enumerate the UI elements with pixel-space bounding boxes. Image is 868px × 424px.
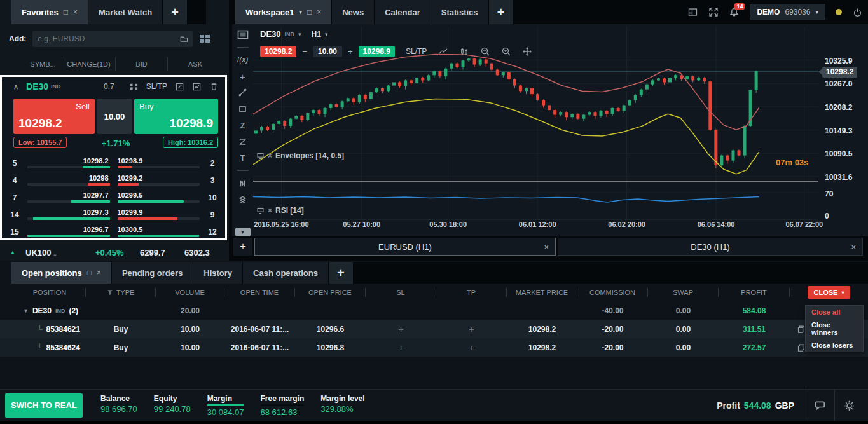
- folder-icon[interactable]: [179, 34, 189, 44]
- chart-buy-button[interactable]: 10298.9: [359, 46, 395, 57]
- pan-move-icon[interactable]: [522, 46, 532, 57]
- zoom-out-icon[interactable]: [480, 46, 490, 57]
- chart-sell-button[interactable]: 10298.2: [260, 46, 296, 57]
- chart-tab-eurusd[interactable]: EURUSD (H1)×: [254, 238, 556, 256]
- time-axis[interactable]: 2016.05.25 16:0005.27 10:0005.30 18:0006…: [253, 221, 864, 233]
- notifications-bell-icon[interactable]: 14: [729, 7, 740, 18]
- edit-order-icon[interactable]: [175, 82, 184, 92]
- positions-group-row[interactable]: ▼DE30IND(2)20.00-40.000.00584.08: [0, 301, 868, 320]
- column-header-market-price[interactable]: MARKET PRICE: [507, 288, 577, 297]
- column-header-position[interactable]: POSITION: [14, 288, 86, 297]
- line-chart-type-icon[interactable]: [438, 46, 448, 57]
- depth-of-market-icon[interactable]: [129, 82, 139, 92]
- layout-icon[interactable]: [687, 7, 698, 17]
- chat-icon[interactable]: [806, 399, 834, 412]
- dom-row[interactable]: 41029810299.23: [2, 172, 225, 189]
- buy-button[interactable]: Buy 10298.9: [134, 99, 218, 134]
- layers-icon[interactable]: [236, 195, 250, 205]
- chart-sltp-button[interactable]: SL/TP: [406, 47, 427, 56]
- add-chart-tab-button[interactable]: +: [233, 238, 252, 256]
- volume-decrease-button[interactable]: −: [301, 47, 308, 57]
- tab-news[interactable]: News: [332, 0, 375, 24]
- sell-button[interactable]: Sell 10298.2: [13, 99, 95, 134]
- dom-row[interactable]: 1410297.310299.99: [2, 206, 225, 223]
- column-header[interactable]: CHANGE(1D): [62, 57, 116, 71]
- volume-box[interactable]: 10.00: [97, 99, 132, 134]
- remove-instrument-icon[interactable]: [209, 82, 219, 92]
- watchlist-row-uk100[interactable]: ▲ UK100 .. +0.45% 6299.7 6302.3: [0, 243, 227, 262]
- trendline-tool-icon[interactable]: [236, 88, 250, 99]
- menu-item-close-losers[interactable]: Close losers: [806, 339, 863, 352]
- dom-row[interactable]: 710297.710299.510: [2, 189, 225, 206]
- column-header-open-time[interactable]: OPEN TIME: [224, 288, 295, 297]
- indicators-fx-icon[interactable]: f(x): [236, 55, 250, 65]
- minimize-icon[interactable]: □: [64, 8, 68, 17]
- symbol-search-input[interactable]: [32, 34, 179, 43]
- add-tab-button[interactable]: +: [489, 0, 513, 24]
- column-header[interactable]: BID: [116, 57, 168, 71]
- close-icon[interactable]: ×: [317, 8, 321, 17]
- tab-pending-orders[interactable]: Pending orders: [112, 262, 193, 284]
- close-icon[interactable]: ×: [73, 8, 78, 17]
- column-header-open-price[interactable]: OPEN PRICE: [295, 288, 366, 297]
- close-icon[interactable]: ×: [97, 268, 101, 277]
- remove-indicator-icon[interactable]: ×: [268, 206, 272, 215]
- rectangle-tool-icon[interactable]: [236, 104, 250, 114]
- chart-mode-icon[interactable]: [236, 29, 250, 40]
- sltp-button[interactable]: SL/TP: [146, 82, 167, 91]
- position-row[interactable]: └85384621Buy10.002016-06-07 11:...10296.…: [0, 320, 868, 338]
- column-header[interactable]: ASK: [168, 57, 223, 71]
- elliott-wave-tool-icon[interactable]: Z: [236, 120, 250, 131]
- column-header-swap[interactable]: SWAP: [648, 288, 719, 297]
- tab-open-positions[interactable]: Open positions□×: [11, 262, 112, 284]
- grid-view-icon[interactable]: [199, 34, 210, 44]
- chart-tab-de30[interactable]: DE30 (H1)×: [558, 238, 863, 256]
- dom-row[interactable]: 510298.210298.92: [2, 154, 225, 172]
- fullscreen-icon[interactable]: [708, 7, 719, 17]
- price-axis[interactable]: 10325.910267.010208.210149.310090.510031…: [818, 25, 868, 233]
- column-header-volume[interactable]: VOLUME: [156, 288, 224, 297]
- tab-calendar[interactable]: Calendar: [375, 0, 431, 24]
- collapse-toolbar-button[interactable]: ▼: [235, 228, 251, 236]
- settings-gear-icon[interactable]: [835, 400, 863, 412]
- switch-to-real-button[interactable]: SWICH TO REAL: [5, 393, 83, 418]
- open-chart-icon[interactable]: [192, 82, 202, 92]
- add-sl-button[interactable]: +: [366, 324, 436, 334]
- crosshair-plus-icon[interactable]: +: [236, 71, 250, 82]
- add-tab-button[interactable]: +: [329, 262, 353, 284]
- tab-statistics[interactable]: Statistics: [431, 0, 489, 24]
- column-header-tp[interactable]: TP: [436, 288, 507, 297]
- menu-item-close-all[interactable]: Close all: [806, 306, 863, 318]
- column-header-sl[interactable]: SL: [366, 288, 436, 297]
- column-header-type[interactable]: TYPE: [86, 288, 156, 297]
- close-positions-button[interactable]: CLOSE▾: [808, 286, 851, 299]
- add-tp-button[interactable]: +: [436, 343, 507, 353]
- volume-increase-button[interactable]: +: [347, 47, 354, 57]
- indicator-settings-icon[interactable]: [256, 152, 265, 160]
- close-icon[interactable]: ×: [544, 242, 549, 252]
- fibonacci-tool-icon[interactable]: [236, 137, 250, 147]
- column-header-profit[interactable]: PROFIT: [719, 288, 790, 297]
- close-icon[interactable]: ×: [851, 242, 856, 252]
- account-selector[interactable]: DEMO 693036 ▾: [750, 4, 825, 20]
- collapse-chevron-icon[interactable]: ∧: [13, 83, 18, 91]
- candlestick-chart-type-icon[interactable]: [459, 46, 469, 57]
- tab-favorites[interactable]: Favorites□×: [11, 0, 88, 24]
- minimize-icon[interactable]: □: [87, 268, 92, 277]
- position-row[interactable]: └85384624Buy10.002016-06-07 11:...10296.…: [0, 338, 868, 357]
- menu-item-close-winners[interactable]: Close winners: [806, 318, 863, 339]
- indicator-settings-icon[interactable]: [256, 207, 265, 215]
- text-tool-icon[interactable]: T: [236, 153, 250, 164]
- chart-symbol-selector[interactable]: DE30 IND ▾ H1 ▾: [260, 29, 327, 39]
- tab-history[interactable]: History: [193, 262, 243, 284]
- tab-market-watch[interactable]: Market Watch: [88, 0, 163, 24]
- add-sl-button[interactable]: +: [366, 343, 436, 353]
- zoom-in-icon[interactable]: [501, 46, 511, 57]
- tab-workspace1[interactable]: Workspace1▾□×: [235, 0, 332, 24]
- group-expand-icon[interactable]: ▼: [23, 308, 29, 314]
- column-header[interactable]: SYMB...: [24, 57, 62, 71]
- minimize-icon[interactable]: □: [307, 8, 312, 17]
- remove-indicator-icon[interactable]: ×: [268, 151, 272, 160]
- power-icon[interactable]: [852, 7, 863, 18]
- dom-row[interactable]: 1510296.710300.512: [2, 223, 225, 240]
